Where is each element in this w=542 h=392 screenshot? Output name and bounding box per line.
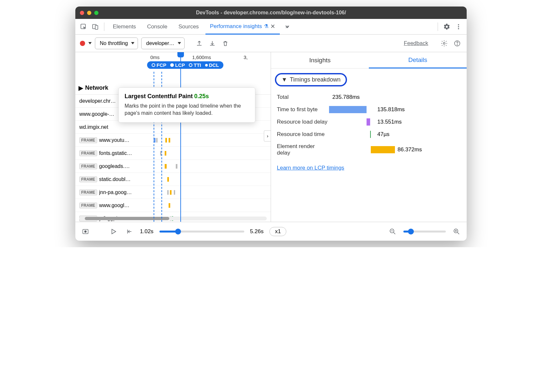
experiment-icon: ⚗ bbox=[264, 23, 268, 29]
lcp-tooltip: Largest Contentful Paint 0.25s Marks the… bbox=[118, 87, 255, 123]
network-row[interactable]: FRAMEjnn-pa.goog… bbox=[75, 186, 271, 199]
timing-value: 135.818ms bbox=[377, 106, 405, 113]
playback-footer: 1.02s 5.26s x1 bbox=[75, 222, 467, 241]
record-menu-icon[interactable] bbox=[88, 42, 92, 44]
svg-point-3 bbox=[458, 24, 459, 25]
close-tab-icon[interactable]: ✕ bbox=[270, 23, 275, 30]
metric-badges: FCP LCP TTI DCL bbox=[147, 61, 223, 69]
record-icon bbox=[80, 41, 85, 46]
collapse-icon: ▼ bbox=[281, 76, 287, 83]
timing-row-rld: Resource load delay 13.551ms bbox=[277, 116, 465, 128]
time-start: 1.02s bbox=[140, 228, 154, 235]
playhead-line bbox=[180, 52, 181, 222]
help-icon[interactable] bbox=[452, 38, 462, 48]
panel-settings-icon[interactable] bbox=[439, 38, 449, 48]
timing-row-rlt: Resource load time 47µs bbox=[277, 128, 465, 141]
device-toggle-icon[interactable] bbox=[90, 22, 100, 32]
record-button[interactable] bbox=[80, 41, 85, 46]
playback-speed[interactable]: x1 bbox=[269, 227, 286, 236]
tab-sources[interactable]: Sources bbox=[174, 19, 203, 35]
inspect-icon[interactable] bbox=[79, 22, 88, 32]
network-row[interactable]: wd.imgix.net bbox=[75, 121, 271, 134]
timing-value: 47µs bbox=[377, 131, 389, 138]
svg-point-8 bbox=[457, 44, 457, 45]
time-ruler: 0ms 1,600ms 3, bbox=[75, 52, 271, 62]
play-icon[interactable] bbox=[109, 227, 118, 236]
ruler-tick: 1,600ms bbox=[192, 54, 211, 60]
horizontal-scrollbar[interactable] bbox=[79, 217, 267, 220]
tab-elements[interactable]: Elements bbox=[108, 19, 141, 35]
ruler-tick: 3, bbox=[244, 54, 248, 60]
main-content: 0ms 1,600ms 3, FCP LCP TTI DCL ▶ Network… bbox=[75, 52, 467, 222]
feedback-link[interactable]: Feedback bbox=[404, 40, 428, 47]
timing-value: 86.372ms bbox=[398, 146, 422, 153]
network-label: Network bbox=[85, 84, 108, 91]
origin-value: developer… bbox=[146, 40, 174, 46]
origin-select[interactable]: developer… bbox=[141, 38, 184, 49]
network-row[interactable]: FRAMEwww.youtu… bbox=[75, 134, 271, 147]
badge-dcl[interactable]: DCL bbox=[203, 62, 221, 68]
preview-icon[interactable] bbox=[81, 227, 90, 236]
devtools-window: DevTools - developer.chrome.com/blog/new… bbox=[75, 7, 467, 241]
svg-point-5 bbox=[458, 28, 459, 29]
right-tabs: Insights Details bbox=[271, 52, 467, 68]
timeline-pane: 0ms 1,600ms 3, FCP LCP TTI DCL ▶ Network… bbox=[75, 52, 271, 222]
svg-point-4 bbox=[458, 26, 459, 27]
tab-performance-insights[interactable]: Performance insights ⚗ ✕ bbox=[205, 19, 280, 35]
tab-insights[interactable]: Insights bbox=[271, 52, 369, 68]
tab-console[interactable]: Console bbox=[143, 19, 172, 35]
timing-row-total: Total 235.788ms bbox=[277, 91, 465, 103]
learn-more-link[interactable]: Learn more on LCP timings bbox=[277, 165, 467, 171]
zoom-in-icon[interactable] bbox=[452, 227, 461, 236]
tooltip-body: Marks the point in the page load timelin… bbox=[125, 102, 249, 117]
timings-breakdown-header[interactable]: ▼ Timings breakdown bbox=[275, 73, 347, 86]
accordion-label: Timings breakdown bbox=[290, 76, 340, 83]
tooltip-time: 0.25s bbox=[194, 93, 209, 99]
expand-right-icon[interactable]: › bbox=[264, 130, 271, 142]
kebab-menu-icon[interactable] bbox=[454, 22, 463, 32]
zoom-out-icon[interactable] bbox=[388, 227, 398, 236]
chevron-down-icon bbox=[178, 42, 181, 44]
divider bbox=[438, 23, 438, 31]
window-minimize-icon[interactable] bbox=[87, 11, 91, 15]
divider bbox=[104, 23, 104, 31]
titlebar: DevTools - developer.chrome.com/blog/new… bbox=[75, 7, 467, 19]
window-zoom-icon[interactable] bbox=[94, 11, 98, 15]
network-row[interactable]: FRAMEgoogleads.… bbox=[75, 160, 271, 173]
tooltip-title: Largest Contentful Paint bbox=[125, 93, 193, 99]
svg-point-10 bbox=[84, 231, 86, 233]
playhead-handle[interactable] bbox=[177, 52, 184, 57]
time-slider[interactable] bbox=[159, 231, 244, 233]
badge-tti[interactable]: TTI bbox=[187, 62, 203, 68]
timing-row-ttfb: Time to first byte 135.818ms bbox=[277, 103, 465, 116]
details-pane: Insights Details ▼ Timings breakdown Tot… bbox=[271, 52, 467, 222]
window-close-icon[interactable] bbox=[80, 11, 84, 15]
tab-label: Performance insights bbox=[210, 23, 262, 30]
throttling-value: No throttling bbox=[100, 40, 128, 46]
upload-icon[interactable] bbox=[194, 38, 204, 48]
throttling-select[interactable]: No throttling bbox=[95, 38, 138, 49]
timing-value: 13.551ms bbox=[377, 119, 402, 125]
rewind-icon[interactable] bbox=[124, 227, 134, 236]
delete-icon[interactable] bbox=[220, 38, 230, 48]
more-tabs-icon[interactable]: » bbox=[282, 22, 292, 32]
timings-list: Total 235.788ms Time to first byte 135.8… bbox=[277, 91, 465, 159]
main-tabbar: Elements Console Sources Performance ins… bbox=[75, 19, 467, 35]
network-row[interactable]: FRAMEwww.googl… bbox=[75, 199, 271, 212]
chevron-down-icon bbox=[131, 42, 134, 44]
expand-icon: ▶ bbox=[79, 84, 83, 92]
ruler-tick: 0ms bbox=[150, 54, 159, 60]
badge-fcp[interactable]: FCP bbox=[150, 62, 168, 68]
svg-point-6 bbox=[443, 42, 445, 44]
tab-details[interactable]: Details bbox=[369, 52, 467, 68]
network-row[interactable]: FRAMEfonts.gstatic… bbox=[75, 147, 271, 160]
download-icon[interactable] bbox=[207, 38, 217, 48]
svg-rect-2 bbox=[95, 25, 98, 29]
settings-gear-icon[interactable] bbox=[442, 22, 452, 32]
badge-lcp[interactable]: LCP bbox=[168, 62, 187, 68]
network-row[interactable]: FRAMEstatic.doubl… bbox=[75, 173, 271, 186]
zoom-slider[interactable] bbox=[403, 231, 446, 233]
insights-toolbar: No throttling developer… Feedback bbox=[75, 35, 467, 52]
window-title: DevTools - developer.chrome.com/blog/new… bbox=[75, 10, 467, 16]
timing-row-erd: Element render delay 86.372ms bbox=[277, 141, 465, 159]
